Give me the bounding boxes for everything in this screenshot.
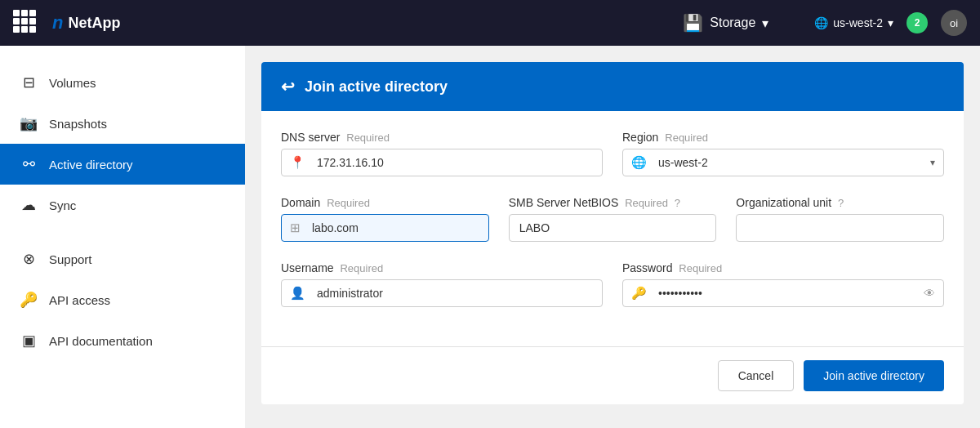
dns-server-label: DNS server Required xyxy=(281,131,603,144)
region-icon: 🌐 xyxy=(814,16,828,29)
password-icon: 🔑 xyxy=(623,286,655,301)
org-unit-label: Organizational unit ? xyxy=(736,196,944,209)
smb-input-wrapper xyxy=(509,214,717,242)
sidebar-label-api-access: API access xyxy=(49,293,110,307)
sidebar-label-api-documentation: API documentation xyxy=(49,334,153,348)
password-input[interactable] xyxy=(655,280,915,306)
user-avatar[interactable]: oi xyxy=(941,10,967,36)
form-header-icon: ↩ xyxy=(281,77,295,96)
org-unit-field: Organizational unit ? xyxy=(736,196,944,242)
api-documentation-icon: ▣ xyxy=(20,332,38,350)
cancel-button[interactable]: Cancel xyxy=(718,360,795,391)
username-label: Username Required xyxy=(281,261,603,274)
username-input[interactable] xyxy=(314,280,602,306)
netapp-logo: n NetApp xyxy=(52,14,120,32)
form-row-2: Domain Required ⊞ SMB Server NetBIOS Req… xyxy=(281,196,944,242)
dns-server-input-wrapper: 📍 xyxy=(281,149,603,176)
support-icon: ⊗ xyxy=(20,250,38,268)
username-field: Username Required 👤 xyxy=(281,261,603,307)
sidebar-item-api-access[interactable]: 🔑 API access xyxy=(0,279,245,320)
sidebar-label-active-directory: Active directory xyxy=(49,158,133,172)
region-arrow: ▾ xyxy=(888,16,893,29)
dns-server-icon: 📍 xyxy=(282,155,314,170)
join-active-directory-button[interactable]: Join active directory xyxy=(804,360,944,391)
region-label: Region Required xyxy=(622,131,944,144)
username-input-wrapper: 👤 xyxy=(281,279,603,307)
app-grid-icon[interactable] xyxy=(13,10,39,36)
region-select-arrow: ▾ xyxy=(922,157,943,168)
main-content: ↩ Join active directory DNS server Requi… xyxy=(245,46,980,428)
snapshots-icon: 📷 xyxy=(20,114,38,132)
region-field-icon: 🌐 xyxy=(623,155,655,170)
domain-label: Domain Required xyxy=(281,196,489,209)
sidebar-item-sync[interactable]: ☁ Sync xyxy=(0,185,245,225)
password-field: Password Required 🔑 👁 xyxy=(622,261,944,307)
dns-server-field: DNS server Required 📍 xyxy=(281,131,603,176)
sidebar-item-support[interactable]: ⊗ Support xyxy=(0,239,245,279)
smb-help-icon[interactable]: ? xyxy=(675,197,680,209)
logo-icon: n xyxy=(52,14,63,32)
sidebar-item-volumes[interactable]: ⊟ Volumes xyxy=(0,62,245,103)
logo-name: NetApp xyxy=(68,15,120,32)
sidebar-item-api-documentation[interactable]: ▣ API documentation xyxy=(0,320,245,361)
region-dropdown[interactable]: 🌐 us-west-2 ▾ xyxy=(814,16,893,29)
sidebar-item-snapshots[interactable]: 📷 Snapshots xyxy=(0,103,245,144)
org-unit-input-wrapper xyxy=(736,214,944,242)
password-label: Password Required xyxy=(622,261,944,274)
storage-label: Storage xyxy=(710,16,755,30)
top-navigation: n NetApp 💾 Storage ▾ 🌐 us-west-2 ▾ 2 oi xyxy=(0,0,980,46)
sidebar-label-sync: Sync xyxy=(49,198,76,212)
domain-field: Domain Required ⊞ xyxy=(281,196,489,242)
smb-field: SMB Server NetBIOS Required ? xyxy=(509,196,717,242)
sidebar: ⊟ Volumes 📷 Snapshots ⚯ Active directory… xyxy=(0,46,245,428)
form-footer: Cancel Join active directory xyxy=(261,346,964,404)
domain-input[interactable] xyxy=(309,215,488,241)
notification-badge[interactable]: 2 xyxy=(906,12,928,33)
region-field: Region Required 🌐 us-west-2 ▾ xyxy=(622,131,944,176)
main-layout: ⊟ Volumes 📷 Snapshots ⚯ Active directory… xyxy=(0,46,980,428)
sync-icon: ☁ xyxy=(20,196,38,214)
storage-dropdown-arrow: ▾ xyxy=(762,16,768,31)
form-row-1: DNS server Required 📍 Region Required xyxy=(281,131,944,176)
volumes-icon: ⊟ xyxy=(20,74,38,91)
password-input-wrapper: 🔑 👁 xyxy=(622,279,944,307)
org-unit-help-icon[interactable]: ? xyxy=(838,197,844,209)
domain-input-wrapper: ⊞ xyxy=(281,214,489,242)
form-title: Join active directory xyxy=(305,78,448,96)
active-directory-icon: ⚯ xyxy=(20,155,38,173)
topnav-right-section: 🌐 us-west-2 ▾ 2 oi xyxy=(814,10,967,36)
domain-icon: ⊞ xyxy=(282,221,309,235)
api-access-icon: 🔑 xyxy=(20,291,38,309)
username-icon: 👤 xyxy=(282,286,314,301)
sidebar-label-support: Support xyxy=(49,252,92,266)
region-select[interactable]: us-west-2 xyxy=(655,149,922,176)
storage-dropdown[interactable]: 💾 Storage ▾ xyxy=(683,13,768,33)
sidebar-label-snapshots: Snapshots xyxy=(49,117,107,131)
password-toggle-icon[interactable]: 👁 xyxy=(915,287,943,300)
org-unit-input[interactable] xyxy=(737,215,943,241)
form-body: DNS server Required 📍 Region Required xyxy=(261,111,964,346)
form-row-3: Username Required 👤 Password Required xyxy=(281,261,944,307)
sidebar-label-volumes: Volumes xyxy=(49,76,96,90)
smb-label: SMB Server NetBIOS Required ? xyxy=(509,196,717,209)
join-active-directory-panel: ↩ Join active directory DNS server Requi… xyxy=(261,62,964,404)
storage-icon: 💾 xyxy=(683,13,703,33)
smb-input[interactable] xyxy=(510,215,716,241)
dns-server-input[interactable] xyxy=(314,149,602,176)
sidebar-divider xyxy=(0,225,245,239)
region-input-wrapper: 🌐 us-west-2 ▾ xyxy=(622,149,944,176)
sidebar-item-active-directory[interactable]: ⚯ Active directory xyxy=(0,144,245,185)
region-label: us-west-2 xyxy=(833,16,883,29)
form-header: ↩ Join active directory xyxy=(261,62,964,111)
